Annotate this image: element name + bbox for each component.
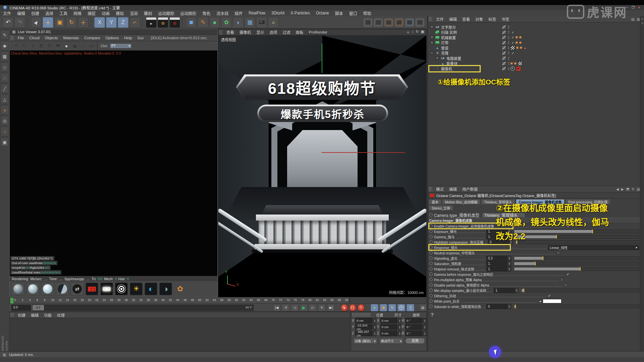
lock-resolution-icon[interactable]: ⬒: [55, 43, 61, 49]
timeline-ruler[interactable]: 0246810121416182022242628303234363840424…: [9, 297, 350, 304]
lv-menu-materials[interactable]: Materials: [61, 36, 82, 40]
keyframe-dot-icon[interactable]: [429, 273, 433, 276]
viewport-menu-选项[interactable]: 选项: [267, 29, 280, 35]
rotate-view-icon[interactable]: ↻: [416, 29, 419, 35]
keyframe-dot-icon[interactable]: [429, 278, 433, 281]
slider-marker[interactable]: [556, 235, 557, 239]
keyframe-dot-icon[interactable]: [429, 283, 433, 287]
close-button[interactable]: ✕: [638, 6, 641, 9]
x-axis-lock-icon[interactable]: X: [94, 17, 105, 28]
visibility-dots-icon[interactable]: [508, 57, 509, 60]
object-menu-文件[interactable]: 文件: [433, 16, 446, 22]
phong-triangle-icon[interactable]: ▲: [524, 46, 527, 50]
coordinate-system-icon[interactable]: ⌐: [129, 17, 140, 28]
object-row-克隆[interactable]: -✳克隆✓: [428, 51, 644, 56]
attribute-menu-模式[interactable]: 模式: [433, 186, 446, 192]
object-menu-查看[interactable]: 查看: [460, 16, 473, 22]
slider-marker[interactable]: [524, 289, 524, 292]
spinner-icon[interactable]: ▲▼: [373, 318, 376, 323]
key-rotation-icon[interactable]: ↻: [388, 304, 396, 311]
expand-toggle-icon[interactable]: +: [430, 36, 434, 39]
keyframe-dot-icon[interactable]: [429, 305, 433, 308]
phong-tag-icon[interactable]: [514, 62, 517, 65]
pan-view-icon[interactable]: ＋: [406, 29, 410, 35]
slider-marker[interactable]: [535, 262, 536, 265]
keyframe-dot-icon[interactable]: [429, 294, 433, 297]
object-name[interactable]: 扫描 实例: [441, 29, 457, 35]
key-point-level-icon[interactable]: ⣿: [407, 304, 414, 311]
object-menu-标签[interactable]: 标签: [486, 16, 499, 22]
checkbox-unchecked-icon[interactable]: [560, 278, 564, 282]
object-name[interactable]: 管道: [441, 45, 448, 51]
position-input[interactable]: 0 cm: [355, 318, 373, 323]
mix-material-icon[interactable]: [56, 283, 69, 295]
workplane-mode-icon[interactable]: ◇: [0, 62, 9, 72]
keyframe-dot-icon[interactable]: [429, 240, 433, 244]
focus-picker-icon[interactable]: Ⓕ: [80, 43, 86, 49]
key-position-icon[interactable]: ＋: [371, 304, 378, 311]
menu-item-创建[interactable]: 创建: [28, 10, 42, 16]
add-deformer-icon[interactable]: ✿: [221, 17, 232, 28]
panel-icon[interactable]: ▤: [637, 187, 640, 191]
layout-panel-icon-2[interactable]: [374, 19, 382, 26]
checkbox-unchecked-icon[interactable]: [556, 251, 560, 255]
glossy-material-icon[interactable]: [26, 283, 39, 295]
last-tool-icon[interactable]: ＋: [78, 17, 89, 28]
points-mode-icon[interactable]: ∴: [0, 73, 9, 82]
grip-handle[interactable]: [10, 36, 14, 40]
menu-item-文件[interactable]: 文件: [0, 10, 14, 16]
layer-tag-icon[interactable]: [502, 30, 506, 35]
grip-handle[interactable]: [352, 313, 370, 317]
menu-item-渲染[interactable]: 渲染: [127, 10, 141, 16]
lv-menu-cloud[interactable]: Cloud: [27, 36, 42, 40]
size-input[interactable]: 0 cm: [380, 324, 398, 330]
attribute-menu-编辑[interactable]: 编辑: [446, 186, 460, 192]
keyframe-dot-icon[interactable]: [429, 224, 433, 228]
menu-item-选择[interactable]: 选择: [42, 10, 56, 16]
position-input[interactable]: -23.343 cm: [355, 324, 373, 330]
viewport-menu-过滤[interactable]: 过滤: [280, 29, 293, 35]
layer-tag-icon[interactable]: [502, 25, 506, 29]
layer-tag-icon[interactable]: [502, 51, 506, 55]
grip-handle[interactable]: [219, 30, 222, 35]
tab-Motion Blur_运动模糊[interactable]: Motion Blur_运动模糊: [442, 199, 480, 204]
object-row-机械装置[interactable]: +机械装置✓: [428, 35, 644, 40]
back-arrow-icon[interactable]: ◀: [616, 187, 619, 191]
filmstrip-options-icon[interactable]: ▤: [419, 304, 427, 311]
grip-handle[interactable]: [429, 187, 432, 191]
menu-item-RealFlow[interactable]: RealFlow: [246, 11, 268, 15]
size-mode-dropdown[interactable]: 绝对尺寸▾: [379, 338, 404, 344]
coord-mode-dropdown[interactable]: 对象 (相对)▾: [353, 338, 377, 344]
expand-toggle-icon[interactable]: +: [435, 56, 439, 60]
octane-fan-icon[interactable]: ✳: [13, 43, 19, 49]
object-row-摄像机[interactable]: 摄像机: [428, 66, 644, 71]
current-frame-marker[interactable]: [10, 298, 14, 304]
spinner-icon[interactable]: ▲▼: [507, 256, 511, 261]
keyframe-dot-icon[interactable]: [429, 262, 433, 265]
lock-workplane-icon[interactable]: ▣: [0, 137, 9, 147]
menu-item-网格[interactable]: 网格: [70, 10, 85, 16]
add-primitive-icon[interactable]: ■: [186, 17, 197, 28]
param-slider[interactable]: [514, 267, 639, 271]
material-ball-icon[interactable]: ●: [63, 43, 69, 49]
menu-item-3DtoAll[interactable]: 3DtoAll: [268, 11, 287, 15]
key-scale-icon[interactable]: ▣: [380, 304, 387, 311]
object-name[interactable]: 文字部分: [441, 24, 456, 30]
y-axis-lock-icon[interactable]: Y: [106, 17, 117, 28]
visibility-dots-icon[interactable]: [508, 67, 509, 70]
settings-gear-icon[interactable]: ⚙: [47, 43, 53, 49]
viewport-menu-面板[interactable]: 面板: [293, 29, 306, 35]
keyframe-dot-icon[interactable]: [429, 251, 433, 254]
apply-button[interactable]: 应用: [405, 338, 425, 344]
z-axis-lock-icon[interactable]: Z: [118, 17, 128, 28]
spinner-icon[interactable]: ▲▼: [507, 304, 511, 309]
select-tool-icon[interactable]: ►: [31, 17, 42, 28]
picture-in-picture-icon[interactable]: ▣: [72, 43, 78, 49]
redo-icon[interactable]: ↷: [14, 17, 25, 28]
expand-toggle-icon[interactable]: +: [430, 25, 434, 29]
layer-tag-icon[interactable]: [502, 41, 506, 45]
lv-menu-objects[interactable]: Objects: [42, 36, 61, 40]
rotation-input[interactable]: 0 °: [405, 318, 423, 323]
phong-tag-icon[interactable]: [516, 42, 518, 44]
object-row-灯带[interactable]: +灯带✓: [428, 40, 644, 46]
